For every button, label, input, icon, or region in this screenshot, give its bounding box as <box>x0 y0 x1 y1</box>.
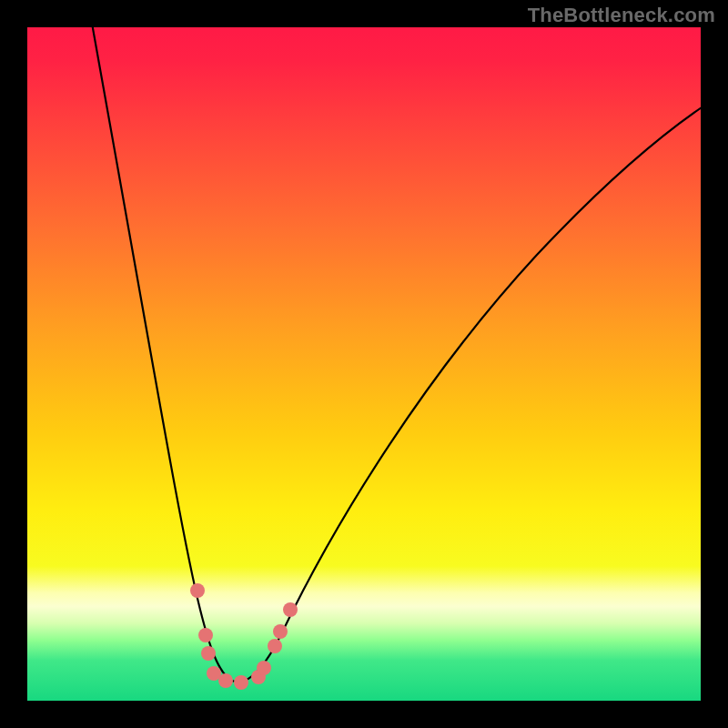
data-marker <box>273 624 288 639</box>
attribution-text: TheBottleneck.com <box>528 4 715 27</box>
plot-frame <box>27 27 701 701</box>
gradient-background <box>27 27 701 701</box>
data-marker <box>234 675 248 690</box>
data-marker <box>268 639 282 653</box>
data-marker <box>283 602 298 617</box>
data-marker <box>257 661 271 675</box>
data-marker <box>190 583 205 598</box>
data-marker <box>218 673 233 688</box>
data-marker <box>198 628 213 642</box>
data-marker <box>201 646 216 661</box>
bottleneck-plot <box>27 27 701 701</box>
